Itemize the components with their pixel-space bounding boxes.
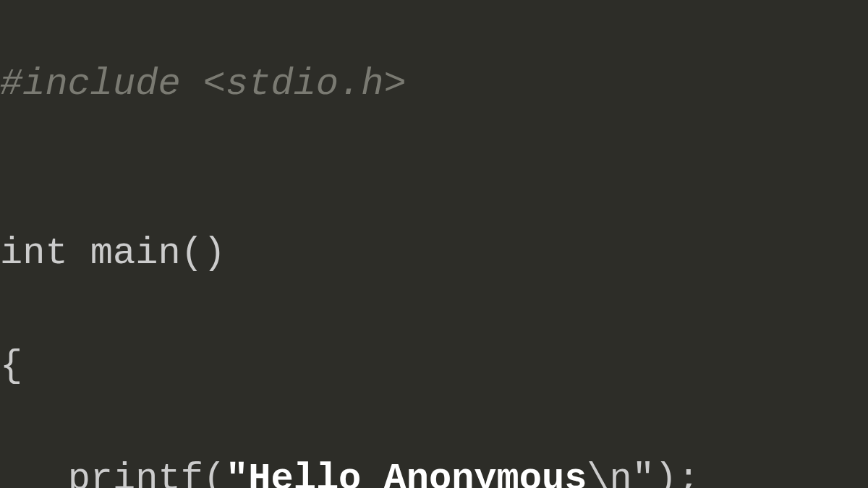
printf-call-close: ); [655, 458, 699, 488]
string-quote-open: " [226, 458, 248, 488]
string-escape: \n [587, 458, 631, 488]
function-name: main() [68, 232, 226, 275]
code-line-3: int main() [0, 226, 868, 282]
string-literal: Hello Anonymous [248, 458, 587, 488]
code-line-5: printf("Hello Anonymous\n"); [0, 451, 868, 488]
string-quote-close: " [632, 458, 655, 488]
code-line-4: { [0, 338, 868, 395]
code-line-1: #include <stdio.h> [0, 56, 868, 113]
code-editor[interactable]: #include <stdio.h> int main() { printf("… [0, 0, 868, 488]
type-keyword: int [0, 232, 68, 275]
printf-call-open: printf( [68, 458, 226, 488]
preprocessor-include: #include <stdio.h> [0, 63, 407, 106]
